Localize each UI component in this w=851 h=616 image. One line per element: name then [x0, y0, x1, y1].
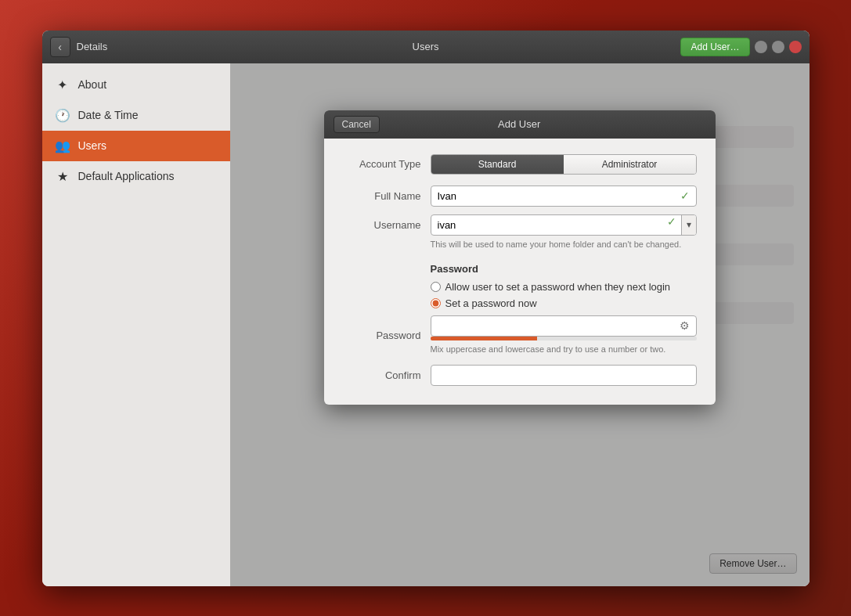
full-name-check-icon: ✓ — [674, 189, 696, 202]
radio-option-now[interactable]: Set a password now — [343, 297, 697, 309]
add-user-dialog: Cancel Add User Account Type Standard Ad… — [324, 110, 716, 405]
close-button[interactable] — [789, 41, 802, 53]
radio-now[interactable] — [431, 298, 441, 308]
full-name-row: Full Name ✓ — [343, 186, 697, 207]
add-user-button[interactable]: Add User… — [680, 38, 749, 56]
titlebar: ‹ Details Users Add User… — [42, 31, 810, 63]
username-check-icon: ✓ — [662, 215, 681, 235]
radio-now-label: Set a password now — [445, 297, 537, 309]
about-icon: ✦ — [55, 77, 70, 92]
username-hint: This will be used to name your home fold… — [431, 239, 697, 250]
minimize-button[interactable] — [755, 41, 767, 53]
back-button[interactable]: ‹ — [50, 37, 70, 57]
titlebar-left: ‹ Details — [50, 37, 108, 57]
sidebar-item-users[interactable]: 👥 Users — [42, 131, 230, 161]
sidebar-item-about-label: About — [78, 78, 107, 91]
titlebar-title-center: Users — [413, 41, 439, 52]
password-label: Password — [343, 330, 421, 341]
full-name-label: Full Name — [343, 190, 421, 202]
account-type-label: Account Type — [343, 158, 421, 170]
username-row: Username ✓ ▾ This will be used to name y — [343, 214, 697, 250]
titlebar-title-left: Details — [77, 41, 108, 52]
dialog-title: Add User — [498, 118, 540, 130]
radio-option-later[interactable]: Allow user to set a password when they n… — [343, 281, 697, 293]
password-strength-bar — [431, 337, 697, 340]
confirm-label: Confirm — [343, 369, 421, 381]
users-icon: 👥 — [55, 139, 70, 153]
content-area: ✦ About 🕐 Date & Time 👥 Users ★ Default … — [42, 63, 810, 586]
password-field-area: ⚙ Mix uppercase and lowercase and try to… — [431, 315, 697, 355]
star-icon: ★ — [55, 169, 70, 184]
dialog-titlebar: Cancel Add User — [324, 110, 716, 139]
password-section-header: Password — [343, 263, 697, 275]
sidebar-item-default-apps[interactable]: ★ Default Applications — [42, 161, 230, 192]
dialog-overlay: Cancel Add User Account Type Standard Ad… — [230, 63, 810, 586]
confirm-input[interactable] — [431, 366, 696, 385]
dialog-body: Account Type Standard Administrator Full… — [324, 139, 716, 405]
main-window: ‹ Details Users Add User… ✦ About 🕐 Date… — [42, 31, 810, 586]
sidebar: ✦ About 🕐 Date & Time 👥 Users ★ Default … — [42, 63, 230, 586]
administrator-account-button[interactable]: Administrator — [564, 155, 696, 174]
sidebar-item-datetime[interactable]: 🕐 Date & Time — [42, 100, 230, 131]
sidebar-item-default-apps-label: Default Applications — [78, 170, 175, 182]
dialog-cancel-button[interactable]: Cancel — [334, 116, 380, 133]
password-input-wrapper: ⚙ — [431, 315, 697, 337]
standard-account-button[interactable]: Standard — [431, 155, 564, 174]
titlebar-right: Add User… — [680, 38, 801, 56]
confirm-input-wrapper — [431, 365, 697, 386]
password-section: Password Allow user to set a password wh… — [343, 263, 697, 386]
username-input[interactable] — [431, 215, 662, 235]
username-dropdown-button[interactable]: ▾ — [681, 215, 696, 235]
password-row: Password ⚙ Mix uppercase and lowercase a… — [343, 315, 697, 355]
password-gear-button[interactable]: ⚙ — [673, 319, 696, 332]
password-input[interactable] — [431, 316, 673, 336]
maximize-button[interactable] — [772, 41, 784, 53]
username-label: Username — [343, 214, 421, 231]
account-type-toggle: Standard Administrator — [431, 154, 697, 175]
full-name-input[interactable] — [431, 186, 674, 206]
clock-icon: 🕐 — [55, 108, 70, 123]
username-input-group: ✓ ▾ — [431, 214, 697, 236]
sidebar-item-datetime-label: Date & Time — [78, 109, 139, 121]
radio-later[interactable] — [431, 282, 441, 292]
sidebar-item-users-label: Users — [78, 139, 107, 152]
username-field-area: ✓ ▾ This will be used to name your home … — [431, 214, 697, 250]
full-name-input-wrapper: ✓ — [431, 186, 697, 207]
confirm-row: Confirm — [343, 365, 697, 386]
sidebar-item-about[interactable]: ✦ About — [42, 70, 230, 100]
main-panel: Remove User… Cancel Add User Account — [230, 63, 810, 586]
back-icon: ‹ — [58, 41, 62, 53]
password-hint: Mix uppercase and lowercase and try to u… — [431, 344, 697, 355]
radio-later-label: Allow user to set a password when they n… — [445, 281, 671, 293]
account-type-row: Account Type Standard Administrator — [343, 154, 697, 175]
chevron-down-icon: ▾ — [687, 219, 691, 230]
